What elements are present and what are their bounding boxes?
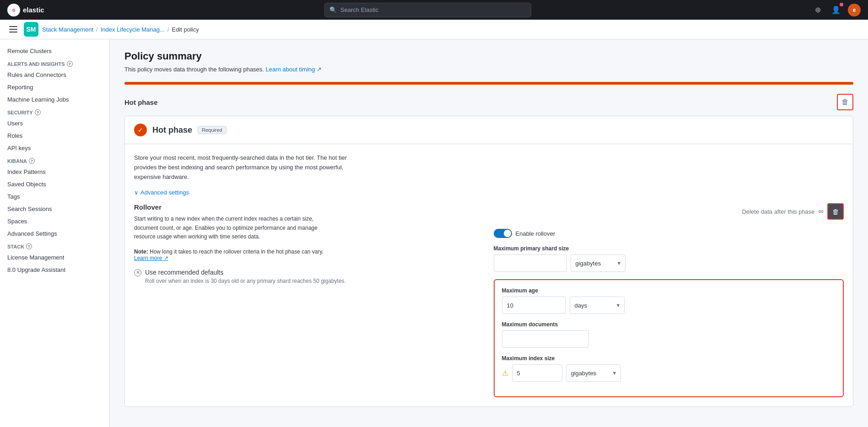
breadcrumb-index-lifecycle[interactable]: Index Lifecycle Manag... (101, 26, 165, 33)
elastic-logo-icon: e (7, 4, 20, 16)
policy-subtitle: This policy moves data through the follo… (124, 66, 322, 73)
maximum-age-row: Maximum age days hours minutes secon (502, 287, 836, 314)
right-col: Delete data after this phase ∞ 🗑 Enable … (494, 203, 844, 397)
app-icon-button[interactable]: SM (24, 22, 38, 37)
max-index-size-input[interactable] (512, 364, 562, 382)
breadcrumb-stack-management[interactable]: Stack Management (42, 26, 93, 33)
use-recommended-checkbox[interactable]: ✕ (134, 269, 141, 276)
sidebar-item-advanced-settings[interactable]: Advanced Settings (0, 227, 109, 240)
sidebar-item-rules-connectors[interactable]: Rules and Connectors (0, 69, 109, 81)
page-title: Policy summary (124, 50, 322, 62)
search-icon: 🔍 (329, 6, 337, 13)
stack-help-icon[interactable]: ? (26, 243, 32, 249)
advanced-settings-link[interactable]: ∨ Advanced settings (134, 189, 844, 196)
kibana-help-icon[interactable]: ? (29, 158, 35, 164)
sidebar-item-remote-clusters[interactable]: Remote Clusters (0, 45, 109, 57)
breadcrumb-separator: / (96, 26, 98, 33)
phase-card: ✓ Hot phase Required Store your most rec… (124, 116, 853, 407)
hamburger-line (9, 29, 17, 30)
primary-shard-input[interactable] (494, 254, 567, 272)
notification-dot (840, 3, 843, 6)
main-content: Policy summary This policy moves data th… (110, 39, 868, 427)
sidebar-item-api-keys[interactable]: API keys (0, 142, 109, 154)
sidebar-item-saved-objects[interactable]: Saved Objects (0, 178, 109, 190)
primary-shard-size-row: Maximum primary shard size gigabytes meg… (494, 245, 844, 272)
sidebar-item-index-patterns[interactable]: Index Patterns (0, 166, 109, 178)
sidebar: Remote Clusters Alerts and Insights ? Ru… (0, 39, 110, 427)
sidebar-item-search-sessions[interactable]: Search Sessions (0, 203, 109, 215)
delete-phase-button[interactable]: 🗑 (827, 203, 844, 220)
sidebar-item-upgrade-assistant[interactable]: 8.0 Upgrade Assistant (0, 264, 109, 276)
maximum-index-size-row: Maximum index size ⚠ gigabytes megabytes (502, 355, 836, 382)
use-recommended-text: Use recommended defaults Roll over when … (145, 269, 346, 284)
delete-top-button[interactable]: 🗑 (837, 94, 853, 110)
top-nav-right: ⊕ 👤 e (811, 4, 861, 16)
page-layout: Remote Clusters Alerts and Insights ? Ru… (0, 39, 868, 427)
sidebar-item-ml-jobs[interactable]: Machine Learning Jobs (0, 93, 109, 106)
delete-row: Delete data after this phase ∞ 🗑 (494, 203, 844, 220)
sidebar-item-license-management[interactable]: License Management (0, 251, 109, 264)
learn-more-link[interactable]: Learn more ↗ (134, 255, 168, 261)
elastic-logo[interactable]: e elastic (7, 4, 44, 16)
primary-shard-input-row: gigabytes megabytes bytes ▼ (494, 254, 844, 272)
maximum-docs-row: Maximum documents (502, 321, 836, 348)
sidebar-item-spaces[interactable]: Spaces (0, 215, 109, 227)
max-age-input-row: days hours minutes seconds ▼ (502, 297, 836, 314)
sidebar-section-security: Security ? (0, 106, 109, 117)
red-box-section: Maximum age days hours minutes secon (494, 279, 844, 397)
phase-progress-bar (124, 82, 853, 85)
sidebar-section-alerts: Alerts and Insights ? (0, 57, 109, 69)
max-index-size-label: Maximum index size (502, 355, 836, 362)
max-age-input[interactable] (502, 297, 566, 314)
use-recommended-label: Use recommended defaults (145, 269, 346, 276)
phase-title: Hot phase (152, 125, 192, 135)
alerts-help-icon[interactable]: ? (67, 61, 73, 67)
security-help-icon[interactable]: ? (35, 109, 41, 115)
trash-phase-icon: 🗑 (832, 208, 839, 216)
sidebar-item-users[interactable]: Users (0, 117, 109, 130)
rollover-section: Rollover Start writing to a new index wh… (134, 203, 485, 290)
infinity-icon: ∞ (819, 207, 824, 216)
hamburger-line (9, 26, 17, 27)
avatar[interactable]: e (848, 4, 861, 16)
hamburger-line (9, 32, 17, 32)
use-recommended-defaults-row: ✕ Use recommended defaults Roll over whe… (134, 269, 485, 284)
search-placeholder: Search Elastic (340, 6, 378, 13)
search-bar[interactable]: 🔍 Search Elastic (324, 3, 531, 17)
phase-header-row: Hot phase 🗑 (124, 94, 853, 110)
delete-data-label: Delete data after this phase (742, 208, 815, 215)
enable-rollover-row: Enable rollover (494, 229, 844, 238)
trash-icon: 🗑 (841, 98, 849, 106)
learn-about-timing-link[interactable]: Learn about timing ↗ (266, 66, 322, 73)
max-index-size-select-wrapper: gigabytes megabytes bytes ▼ (566, 364, 621, 382)
sidebar-item-reporting[interactable]: Reporting (0, 81, 109, 93)
phase-description: Store your most recent, most frequently-… (134, 153, 354, 182)
sidebar-item-roles[interactable]: Roles (0, 130, 109, 142)
sidebar-section-stack-label: Stack (7, 244, 24, 249)
checkbox-x-icon: ✕ (136, 270, 140, 276)
enable-rollover-toggle[interactable] (494, 229, 512, 238)
breadcrumb-edit-policy: Edit policy (172, 26, 199, 33)
help-icon[interactable]: ⊕ (811, 4, 824, 16)
sidebar-section-alerts-label: Alerts and Insights (7, 61, 65, 67)
max-docs-label: Maximum documents (502, 321, 836, 328)
breadcrumb-separator: / (167, 26, 169, 33)
phase-content-row: Rollover Start writing to a new index wh… (134, 203, 844, 397)
sidebar-item-tags[interactable]: Tags (0, 190, 109, 203)
max-index-size-unit-select[interactable]: gigabytes megabytes bytes (566, 364, 621, 382)
sidebar-section-security-label: Security (7, 110, 33, 115)
max-index-size-input-row: ⚠ gigabytes megabytes bytes ▼ (502, 364, 836, 382)
max-docs-input[interactable] (502, 330, 589, 348)
hamburger-button[interactable] (7, 23, 20, 36)
notifications-icon[interactable]: 👤 (830, 4, 842, 16)
sidebar-section-kibana: Kibana ? (0, 154, 109, 166)
external-link-icon: ↗ (164, 255, 168, 261)
primary-shard-label: Maximum primary shard size (494, 245, 844, 252)
max-age-unit-select[interactable]: days hours minutes seconds (570, 297, 625, 314)
rollover-description: Start writing to a new index when the cu… (134, 215, 335, 241)
required-badge: Required (198, 126, 226, 134)
chevron-down-icon: ∨ (134, 189, 139, 196)
warning-triangle-icon: ⚠ (502, 369, 508, 378)
hot-phase-label: Hot phase (124, 98, 158, 106)
primary-shard-unit-select[interactable]: gigabytes megabytes bytes (571, 254, 625, 272)
